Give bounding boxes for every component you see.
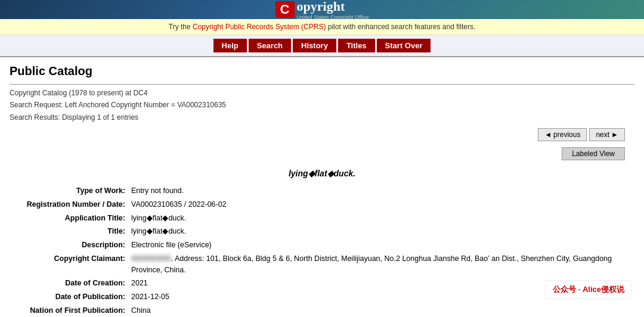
record-tbody: Type of Work:Entry not found.Registratio… bbox=[10, 184, 634, 317]
record-label-2: Application Title: bbox=[10, 212, 129, 225]
record-value-8: China bbox=[129, 304, 634, 317]
record-label-8: Nation of First Publication: bbox=[10, 304, 129, 317]
record-value-5: XXXXXXXX. Address: 101, Block 6a, Bldg 5… bbox=[129, 252, 634, 277]
record-row-5: Copyright Claimant:XXXXXXXX. Address: 10… bbox=[10, 252, 634, 277]
search-button[interactable]: Search bbox=[249, 39, 291, 52]
labeled-view-button[interactable]: Labeled View bbox=[562, 147, 625, 160]
record-row-6: Date of Creation:2021 bbox=[10, 276, 634, 290]
notice-prefix: Try the bbox=[169, 23, 193, 31]
main-content: Public Catalog Copyright Catalog (1978 t… bbox=[0, 57, 644, 317]
logo-subtitle: United States Copyright Office bbox=[297, 14, 369, 19]
notice-suffix: pilot with enhanced search features and … bbox=[326, 23, 475, 31]
previous-button[interactable]: ◄ previous bbox=[538, 128, 587, 141]
record-row-1: Registration Number / Date:VA0002310635 … bbox=[10, 198, 634, 212]
title-divider bbox=[10, 84, 634, 85]
labeled-view-row: Labeled View bbox=[10, 146, 634, 165]
copyright-logo: C opyright United States Copyright Offic… bbox=[275, 0, 369, 19]
notice-bar: Try the Copyright Public Records System … bbox=[0, 19, 644, 35]
watermark: 公众号 · Alice侵权说 bbox=[545, 280, 632, 299]
catalog-line2: Search Request: Left Anchored Copyright … bbox=[10, 99, 634, 111]
record-label-0: Type of Work: bbox=[10, 184, 129, 198]
record-row-3: Title:lying◆flat◆duck. bbox=[10, 225, 634, 238]
record-value-1: VA0002310635 / 2022-06-02 bbox=[129, 198, 634, 212]
cprs-link[interactable]: Copyright Public Records System (CPRS) bbox=[193, 23, 326, 31]
record-label-5: Copyright Claimant: bbox=[10, 252, 129, 277]
help-button[interactable]: Help bbox=[213, 39, 247, 52]
pagination-row: ◄ previous next ► bbox=[10, 123, 634, 146]
record-row-2: Application Title:lying◆flat◆duck. bbox=[10, 212, 634, 225]
record-label-6: Date of Creation: bbox=[10, 276, 129, 290]
titles-button[interactable]: Titles bbox=[338, 39, 375, 52]
record-label-1: Registration Number / Date: bbox=[10, 198, 129, 212]
record-value-0: Entry not found. bbox=[129, 184, 634, 198]
record-label-7: Date of Publication: bbox=[10, 290, 129, 304]
start-over-button[interactable]: Start Over bbox=[377, 39, 431, 52]
page-title: Public Catalog bbox=[10, 64, 634, 78]
nav-bar: Help Search History Titles Start Over bbox=[0, 35, 644, 57]
record-value-2: lying◆flat◆duck. bbox=[129, 212, 634, 225]
record-label-3: Title: bbox=[10, 225, 129, 238]
record-row-8: Nation of First Publication:China bbox=[10, 304, 634, 317]
record-row-4: Description:Electronic file (eService) bbox=[10, 238, 634, 252]
header-banner: C opyright United States Copyright Offic… bbox=[0, 0, 644, 19]
next-button[interactable]: next ► bbox=[589, 128, 625, 141]
logo-text-group: opyright United States Copyright Office bbox=[297, 0, 369, 19]
record-row-7: Date of Publication:2021-12-05 bbox=[10, 290, 634, 304]
record-title: lying◆flat◆duck. bbox=[10, 169, 634, 178]
catalog-line1: Copyright Catalog (1978 to present) at D… bbox=[10, 87, 634, 99]
catalog-line3: Search Results: Displaying 1 of 1 entrie… bbox=[10, 111, 634, 123]
record-value-4: Electronic file (eService) bbox=[129, 238, 634, 252]
record-value-3: lying◆flat◆duck. bbox=[129, 225, 634, 238]
record-table: Type of Work:Entry not found.Registratio… bbox=[10, 184, 634, 317]
catalog-info: Copyright Catalog (1978 to present) at D… bbox=[10, 87, 634, 123]
record-label-4: Description: bbox=[10, 238, 129, 252]
logo-rest-text: opyright bbox=[297, 0, 345, 14]
logo-c-box: C bbox=[275, 1, 295, 18]
record-row-0: Type of Work:Entry not found. bbox=[10, 184, 634, 198]
history-button[interactable]: History bbox=[293, 39, 336, 52]
